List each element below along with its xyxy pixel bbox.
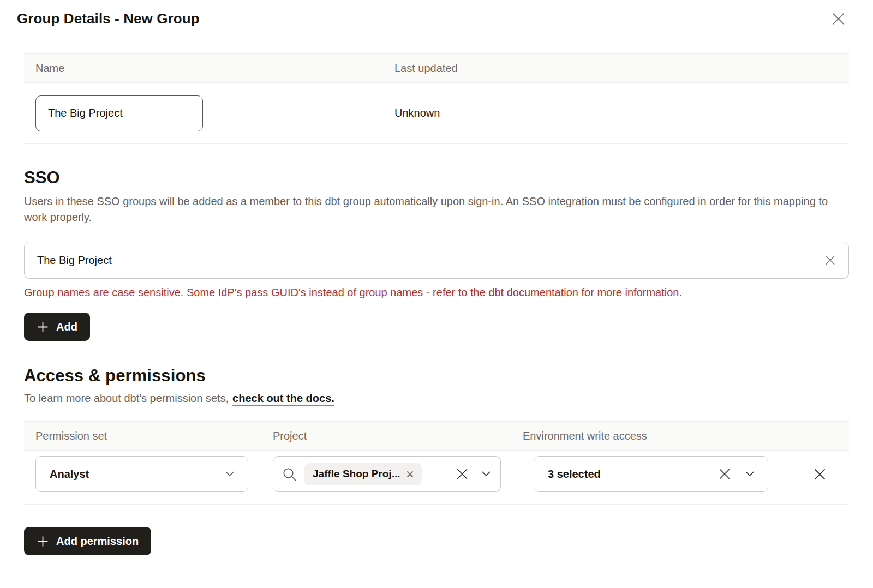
sso-group-input-wrap — [24, 242, 849, 279]
group-table-row: Unknown — [24, 83, 849, 143]
group-name-input[interactable] — [35, 95, 203, 131]
last-updated-value: Unknown — [383, 107, 849, 119]
plus-icon — [37, 321, 49, 333]
permission-set-value: Analyst — [50, 468, 89, 481]
docs-link[interactable]: check out the docs. — [232, 392, 334, 404]
close-button[interactable] — [830, 10, 847, 27]
modal-title: Group Details - New Group — [17, 10, 200, 27]
permissions-table-header: Permission set Project Environment write… — [24, 422, 849, 451]
modal-header: Group Details - New Group — [0, 0, 873, 38]
clear-icon — [455, 466, 470, 482]
project-chip-label: Jaffle Shop Proj... — [313, 468, 400, 480]
modal-content: Name Last updated Unknown SSO Users in t… — [0, 53, 873, 555]
sso-case-sensitive-warning: Group names are case sensitive. Some IdP… — [24, 285, 849, 299]
environment-access-select[interactable]: 3 selected — [534, 456, 768, 492]
permission-set-select[interactable]: Analyst — [35, 456, 248, 492]
permissions-docs-line: To learn more about dbt's permission set… — [24, 392, 849, 405]
sso-group-name-input[interactable] — [24, 242, 849, 279]
permission-set-column-header: Permission set — [24, 430, 261, 442]
chevron-down-icon — [745, 471, 754, 477]
project-multiselect[interactable]: Jaffle Shop Proj... — [273, 456, 501, 492]
permissions-table: Permission set Project Environment write… — [24, 421, 849, 505]
sso-description: Users in these SSO groups will be added … — [24, 194, 832, 225]
add-permission-button-label: Add permission — [56, 535, 139, 548]
last-updated-column-header: Last updated — [383, 62, 849, 75]
group-name-table: Name Last updated Unknown — [24, 53, 849, 144]
clear-icon — [823, 254, 837, 267]
environment-clear-button[interactable] — [717, 466, 732, 482]
clear-icon — [717, 466, 732, 482]
close-icon — [830, 10, 847, 27]
add-button-label: Add — [56, 321, 77, 333]
group-table-header: Name Last updated — [24, 54, 849, 83]
chevron-down-icon — [482, 471, 491, 477]
remove-permission-row-button[interactable] — [812, 466, 828, 482]
environment-column-header: Environment write access — [511, 430, 779, 442]
remove-row-icon — [812, 466, 828, 482]
docs-line-prefix: To learn more about dbt's permission set… — [24, 392, 229, 404]
panel-left-edge — [2, 0, 2, 588]
plus-icon — [37, 535, 49, 548]
search-icon — [282, 467, 297, 482]
permissions-bottom-divider — [24, 515, 849, 515]
project-clear-button[interactable] — [455, 466, 470, 482]
sso-heading: SSO — [24, 168, 849, 188]
access-permissions-heading: Access & permissions — [24, 366, 849, 386]
add-permission-button[interactable]: Add permission — [24, 527, 151, 555]
environment-access-value: 3 selected — [548, 468, 601, 481]
add-sso-group-button[interactable]: Add — [24, 313, 90, 341]
project-chip: Jaffle Shop Proj... — [304, 463, 422, 485]
project-column-header: Project — [261, 430, 511, 442]
chevron-down-icon — [225, 471, 234, 477]
name-column-header: Name — [24, 62, 383, 75]
permission-row: Analyst Jaffle Shop Proj... — [24, 451, 849, 505]
chip-remove-icon[interactable] — [406, 471, 414, 478]
sso-group-clear-button[interactable] — [823, 254, 837, 267]
